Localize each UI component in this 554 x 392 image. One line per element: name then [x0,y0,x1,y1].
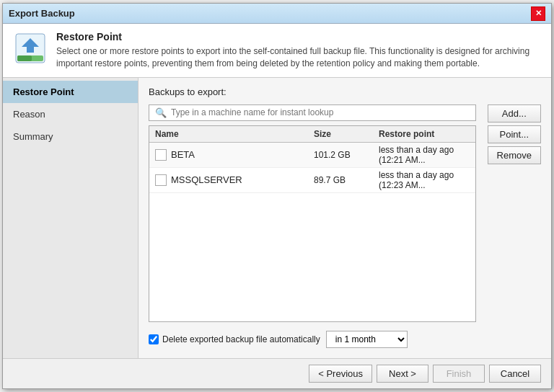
backups-table: Name Size Restore point BETA 101.2 GB [149,125,476,322]
delete-period-dropdown[interactable]: in 1 month in 2 months in 3 months in 6 … [326,331,408,348]
search-icon: 🔍 [155,107,167,118]
sidebar-item-summary[interactable]: Summary [3,125,138,148]
remove-button[interactable]: Remove [488,146,541,164]
col-name: Name [155,129,314,139]
col-size: Size [314,129,379,139]
export-backup-window: Export Backup ✕ Restore Point Select one… [2,3,552,389]
svg-rect-2 [17,55,32,61]
finish-button[interactable]: Finish [433,365,485,383]
add-button[interactable]: Add... [488,104,541,122]
table-header: Name Size Restore point [149,126,475,143]
cancel-button[interactable]: Cancel [489,365,541,383]
delete-checkbox-label: Delete exported backup file automaticall… [162,334,320,344]
cell-size-1: 89.7 GB [314,175,379,185]
cell-name-1: MSSQLSERVER [155,174,314,186]
close-button[interactable]: ✕ [531,6,545,21]
header-text: Restore Point Select one or more restore… [56,31,541,70]
cell-size-0: 101.2 GB [314,150,379,160]
table-row[interactable]: MSSQLSERVER 89.7 GB less than a day ago … [149,168,475,193]
window-title: Export Backup [9,8,75,19]
right-buttons: Add... Point... Remove [482,104,541,349]
table-row[interactable]: BETA 101.2 GB less than a day ago (12:21… [149,143,475,168]
row-icon-1 [155,174,167,186]
sidebar-item-reason[interactable]: Reason [3,103,138,125]
header-area: Restore Point Select one or more restore… [3,24,551,78]
cell-name-0: BETA [155,149,314,161]
previous-button[interactable]: < Previous [309,365,372,383]
delete-checkbox[interactable] [149,334,159,344]
sidebar-item-restore-point[interactable]: Restore Point [3,81,138,103]
bottom-options: Delete exported backup file automaticall… [149,326,476,349]
backups-label: Backups to export: [149,86,541,97]
header-description: Select one or more restore points to exp… [56,45,541,70]
search-input[interactable] [171,107,470,117]
search-box: 🔍 [149,104,476,121]
row-icon-0 [155,149,167,161]
point-button[interactable]: Point... [488,125,541,143]
title-bar: Export Backup ✕ [3,4,551,24]
sidebar: Restore Point Reason Summary [3,78,138,358]
main-area: Restore Point Reason Summary Backups to … [3,78,551,358]
header-title: Restore Point [56,31,541,43]
cell-rp-0: less than a day ago (12:21 AM... [379,145,470,165]
delete-checkbox-wrap: Delete exported backup file automaticall… [149,334,320,344]
cell-rp-1: less than a day ago (12:23 AM... [379,170,470,190]
restore-point-icon [13,31,48,66]
content-right: 🔍 Name Size Restore point [149,104,541,349]
next-button[interactable]: Next > [377,365,428,383]
table-body: BETA 101.2 GB less than a day ago (12:21… [149,143,475,321]
footer-bar: < Previous Next > Finish Cancel [3,358,551,388]
col-restore-point: Restore point [379,129,470,139]
content-area: Backups to export: 🔍 Name Size Restore p… [138,78,551,358]
content-main: 🔍 Name Size Restore point [149,104,476,349]
